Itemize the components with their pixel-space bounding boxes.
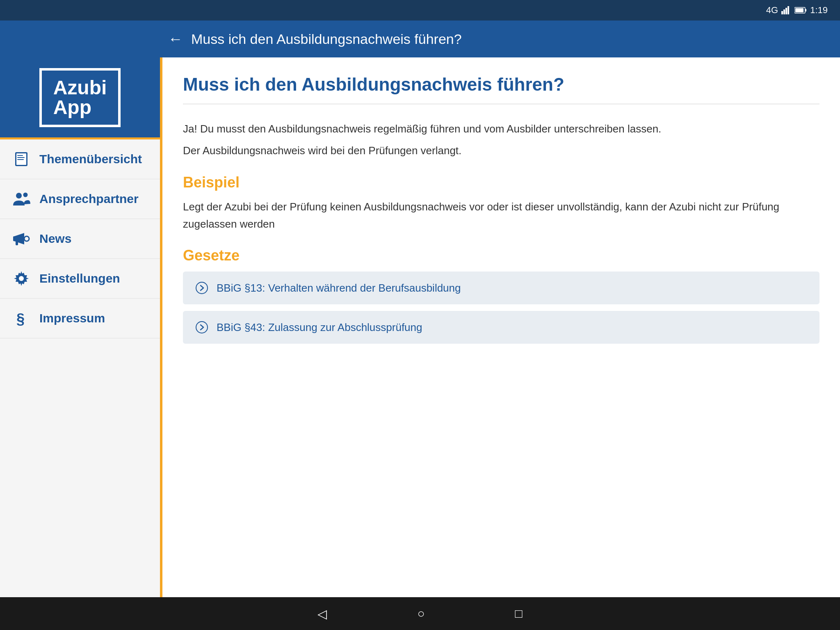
- svg-rect-0: [781, 11, 783, 14]
- svg-rect-3: [788, 6, 789, 14]
- content-header: Muss ich den Ausbildungsnachweis führen?: [162, 57, 840, 121]
- svg-rect-1: [783, 9, 785, 14]
- svg-rect-11: [17, 159, 24, 160]
- sidebar-nav: Themenübersicht Ansprechpartner: [0, 139, 160, 597]
- battery-icon: [794, 7, 807, 14]
- main-layout: Azubi App Themenübersicht: [0, 57, 840, 597]
- svg-rect-6: [805, 9, 806, 11]
- status-icons: 4G 1:19: [766, 5, 828, 16]
- law-item-1[interactable]: BBiG §13: Verhalten während der Berufsau…: [183, 272, 819, 304]
- sidebar-item-einstellungen[interactable]: Einstellungen: [0, 259, 160, 299]
- svg-text:§: §: [16, 310, 25, 326]
- svg-point-18: [19, 276, 24, 281]
- svg-point-13: [23, 193, 28, 197]
- sidebar-item-news-label: News: [39, 232, 71, 246]
- content-paragraph1: Ja! Du musst den Ausbildungsnachweis reg…: [183, 121, 819, 138]
- law-chevron-icon-1: [195, 281, 208, 294]
- sidebar-item-einstellungen-label: Einstellungen: [39, 272, 120, 285]
- top-bar-title: Muss ich den Ausbildungsnachweis führen?: [191, 31, 462, 47]
- svg-point-12: [16, 193, 22, 199]
- bottom-recent-button[interactable]: □: [515, 607, 523, 621]
- section-title-gesetze: Gesetze: [183, 247, 819, 264]
- status-bar: 4G 1:19: [0, 0, 840, 21]
- svg-rect-5: [795, 8, 803, 12]
- sidebar-item-ansprechpartner-label: Ansprechpartner: [39, 192, 139, 206]
- sidebar-item-themen-label: Themenübersicht: [39, 152, 142, 166]
- svg-rect-2: [785, 8, 787, 14]
- sidebar-item-ansprechpartner[interactable]: Ansprechpartner: [0, 179, 160, 219]
- book-icon: [12, 151, 30, 167]
- law-text-1: BBiG §13: Verhalten während der Berufsau…: [217, 282, 461, 294]
- logo-text-app: App: [53, 98, 107, 117]
- law-item-2[interactable]: BBiG §43: Zulassung zur Abschlussprüfung: [183, 311, 819, 344]
- sidebar-item-news[interactable]: News: [0, 219, 160, 259]
- sidebar-item-themen[interactable]: Themenübersicht: [0, 139, 160, 179]
- bottom-bar: ◁ ○ □: [0, 597, 840, 630]
- svg-rect-10: [17, 157, 25, 158]
- network-indicator: 4G: [766, 5, 778, 16]
- people-icon: [12, 191, 30, 207]
- sidebar-item-impressum-label: Impressum: [39, 311, 105, 325]
- back-button[interactable]: ←: [168, 30, 183, 48]
- logo-box: Azubi App: [39, 68, 121, 127]
- section-title-beispiel: Beispiel: [183, 174, 819, 191]
- content-divider: [183, 104, 819, 104]
- content-paragraph2: Der Ausbildungsnachweis wird bei den Prü…: [183, 142, 819, 160]
- bottom-back-button[interactable]: ◁: [317, 607, 327, 621]
- svg-point-21: [196, 322, 208, 333]
- sidebar-logo: Azubi App: [0, 57, 160, 139]
- megaphone-icon: [12, 231, 30, 247]
- bottom-home-button[interactable]: ○: [417, 607, 425, 621]
- time-display: 1:19: [810, 5, 828, 16]
- svg-rect-14: [13, 236, 16, 241]
- law-chevron-icon-2: [195, 321, 208, 334]
- content-body: Ja! Du musst den Ausbildungsnachweis reg…: [162, 121, 840, 367]
- sidebar-item-impressum[interactable]: § Impressum: [0, 299, 160, 338]
- sidebar: Azubi App Themenübersicht: [0, 57, 160, 597]
- logo-text-azubi: Azubi: [53, 78, 107, 98]
- svg-rect-15: [16, 241, 18, 245]
- beispiel-text: Legt der Azubi bei der Prüfung keinen Au…: [183, 199, 819, 233]
- svg-rect-9: [17, 155, 23, 156]
- law-text-2: BBiG §43: Zulassung zur Abschlussprüfung: [217, 321, 422, 334]
- content-title: Muss ich den Ausbildungsnachweis führen?: [183, 74, 819, 96]
- signal-icon: [781, 5, 791, 15]
- svg-point-16: [24, 236, 29, 241]
- content-area: Muss ich den Ausbildungsnachweis führen?…: [160, 57, 840, 597]
- gear-icon: [12, 270, 30, 287]
- paragraph-icon: §: [12, 310, 30, 326]
- svg-point-20: [196, 282, 208, 294]
- top-bar: ← Muss ich den Ausbildungsnachweis führe…: [0, 21, 840, 57]
